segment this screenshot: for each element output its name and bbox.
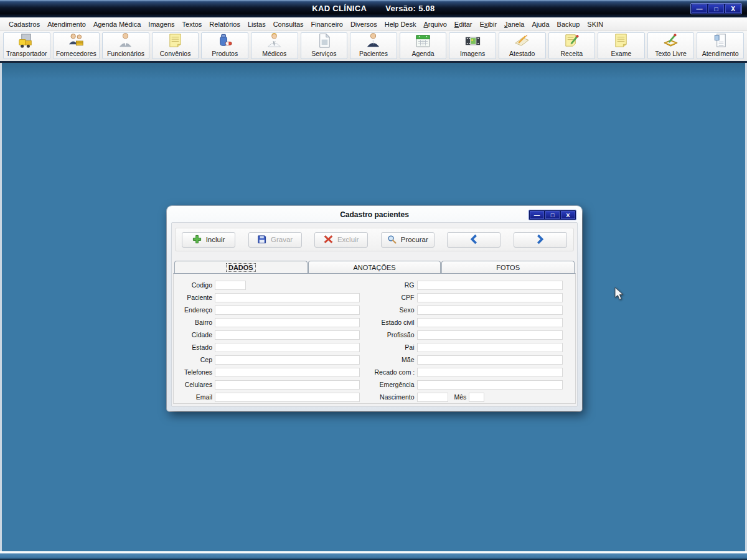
menu-cadastros[interactable]: Cadastros (5, 19, 44, 30)
incluir-button[interactable]: Incluir (182, 232, 235, 248)
toolbar-button-produtos[interactable]: Produtos (201, 32, 248, 59)
menu-arquivo[interactable]: Arquivo (420, 19, 450, 30)
tab-dados[interactable]: DADOS (174, 261, 308, 273)
field-row-celulares: Celulares (174, 378, 375, 391)
toolbar-button-convenios[interactable]: Convênios (152, 32, 199, 59)
gravar-button[interactable]: Gravar (248, 232, 302, 248)
cidade-input[interactable] (215, 330, 360, 340)
profissao-label: Profissão (375, 331, 415, 338)
toolbar-button-texto-livre[interactable]: Texto Livre (647, 32, 695, 59)
toolbar-button-transportador[interactable]: Transportador (3, 32, 50, 59)
field-row-emergencia: Emergência (375, 378, 576, 391)
field-row-recado-com: Recado com : (375, 366, 576, 378)
dialog-title: Cadastro pacientes (167, 210, 582, 219)
rg-input[interactable] (417, 281, 563, 290)
toolbar-button-receita[interactable]: Receita (548, 32, 596, 59)
toolbar-button-pacientes[interactable]: Pacientes (350, 32, 397, 59)
field-row-profissao: Profissão (375, 329, 576, 341)
doctor-icon (265, 32, 283, 50)
minimize-icon: — (697, 6, 703, 12)
menu-agenda-medica[interactable]: Agenda Médica (90, 19, 144, 30)
toolbar-button-funcionarios[interactable]: Funcionários (102, 32, 149, 59)
close-button[interactable]: X (725, 4, 741, 13)
window-bottom-frame (0, 551, 747, 560)
recado-com-input[interactable] (417, 368, 563, 377)
excluir-button[interactable]: Excluir (314, 232, 368, 248)
emergencia-input[interactable] (417, 380, 563, 390)
estado-civil-input[interactable] (417, 318, 563, 327)
profissao-input[interactable] (417, 330, 563, 340)
telefones-input[interactable] (215, 368, 360, 377)
toolbar-button-label: Agenda (411, 50, 434, 57)
bairro-input[interactable] (215, 318, 360, 327)
toolbar-button-imagens[interactable]: Imagens (449, 32, 496, 59)
sexo-input[interactable] (417, 306, 563, 315)
celulares-input[interactable] (215, 380, 360, 390)
toolbar-button-atestado[interactable]: Atestado (499, 32, 546, 59)
celulares-label: Celulares (174, 381, 212, 388)
maximize-button[interactable]: □ (708, 4, 724, 13)
mes-input[interactable] (469, 393, 484, 402)
mae-label: Mãe (375, 356, 415, 363)
dialog-close-button[interactable]: X (561, 211, 575, 219)
menu-textos[interactable]: Textos (179, 19, 206, 30)
toolbar-button-exame[interactable]: Exame (598, 32, 645, 59)
menu-diversos[interactable]: Diversos (347, 19, 381, 30)
pai-input[interactable] (417, 343, 563, 352)
toolbar-button-servicos[interactable]: Serviços (301, 32, 348, 59)
field-row-mae: Mãe (375, 353, 576, 366)
button-label: Gravar (271, 236, 293, 243)
toolbar-button-agenda[interactable]: Agenda (400, 32, 447, 59)
tab-anotacoes[interactable]: ANOTAÇÕES (308, 261, 441, 273)
save-icon (257, 235, 266, 245)
menu-imagens[interactable]: Imagens (144, 19, 178, 30)
menu-listas[interactable]: Listas (244, 19, 270, 30)
employee-icon (116, 32, 134, 50)
paciente-input[interactable] (215, 293, 360, 302)
previous-button[interactable] (447, 232, 500, 248)
menu-relatorios[interactable]: Relatórios (205, 19, 244, 30)
dialog-titlebar[interactable]: Cadastro pacientes — □ X (167, 206, 582, 222)
menu-editar[interactable]: Editar (451, 19, 476, 30)
toolbar-button-atendimento[interactable]: Atendimento (697, 32, 744, 59)
cpf-label: CPF (375, 294, 415, 301)
main-toolbar: TransportadorFornecedoresFuncionáriosCon… (0, 31, 747, 63)
dialog-minimize-button[interactable]: — (530, 211, 544, 219)
menu-exibir[interactable]: Exibir (476, 19, 501, 30)
menu-janela[interactable]: Janela (500, 19, 528, 30)
codigo-input[interactable] (215, 281, 246, 290)
email-input[interactable] (215, 393, 360, 402)
desktop-area: Cadastro pacientes — □ X IncluirGravarEx… (0, 63, 747, 551)
free-text-pencil-icon (662, 32, 680, 50)
menu-skin[interactable]: SKIN (583, 19, 607, 30)
window-controls: — □ X (690, 3, 742, 14)
nascimento-input[interactable] (417, 393, 448, 402)
toolbar-button-fornecedores[interactable]: Fornecedores (53, 32, 100, 59)
minimize-button[interactable]: — (692, 4, 707, 13)
cep-input[interactable] (215, 355, 360, 365)
toolbar-button-label: Imagens (460, 50, 485, 57)
cpf-input[interactable] (417, 293, 563, 302)
menu-backup[interactable]: Backup (553, 19, 584, 30)
tab-fotos[interactable]: FOTOS (441, 261, 575, 273)
truck-icon (17, 32, 35, 50)
dialog-maximize-button[interactable]: □ (545, 211, 560, 219)
application-window: KAD CLÍNICAVersão: 5.08 — □ X CadastrosA… (0, 0, 747, 560)
menu-ajuda[interactable]: Ajuda (528, 19, 553, 30)
products-icon (216, 32, 234, 50)
field-row-bairro: Bairro (174, 316, 375, 329)
endereco-input[interactable] (215, 306, 360, 315)
menu-help-desk[interactable]: Help Desk (381, 19, 420, 30)
menu-consultas[interactable]: Consultas (270, 19, 308, 30)
procurar-button[interactable]: Procurar (381, 232, 435, 248)
field-row-rg: RG (375, 279, 576, 291)
menu-atendimento[interactable]: Atendimento (44, 19, 90, 30)
toolbar-button-label: Atendimento (702, 50, 739, 57)
field-row-cep: Cep (174, 353, 375, 366)
toolbar-button-medicos[interactable]: Médicos (251, 32, 298, 59)
add-icon (192, 235, 202, 245)
estado-input[interactable] (215, 343, 360, 352)
menu-financeiro[interactable]: Financeiro (308, 19, 347, 30)
next-button[interactable] (514, 232, 567, 248)
mae-input[interactable] (417, 355, 563, 365)
